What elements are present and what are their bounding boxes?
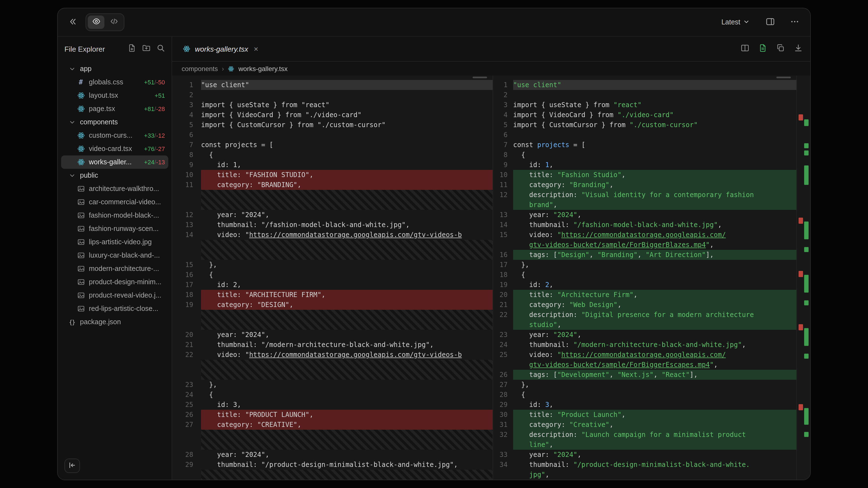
tab-works-gallery[interactable]: works-gallery.tsx × [180,37,261,61]
more-options-button[interactable] [788,15,801,30]
sidebar-file-modern-architecture-...[interactable]: modern-architecture-... [61,262,168,275]
sidebar-file-lips-artistic-video.jpg[interactable]: lips-artistic-video.jpg [61,235,168,249]
collapse-panel-button[interactable] [64,459,80,473]
sidebar-file-red-lips-artistic-close...[interactable]: red-lips-artistic-close... [61,302,168,315]
sidebar-file-product-reveal-video.j...[interactable]: product-reveal-video.j... [61,289,168,302]
code-line[interactable]: 3import { useState } from "react" [493,100,796,110]
download-button[interactable] [794,44,803,54]
code-line[interactable]: 20 title: "Architecture Firm", [493,290,796,300]
code-line[interactable]: jpg", [493,470,796,480]
code-line[interactable]: 30 title: "Product Launch", [493,410,796,420]
code-line[interactable]: 6 [172,130,493,140]
code-line[interactable]: 21 category: "Web Design", [493,300,796,310]
sidebar-file-product-design-minim...[interactable]: product-design-minim... [61,275,168,289]
code-line[interactable]: 9 id: 1, [172,160,493,170]
code-line[interactable]: 22 description: "Digital presence for a … [493,310,796,320]
code-line[interactable]: 32 description: "Launch campaign for a m… [493,430,796,440]
code-line[interactable]: 14 video: "https://commondatastorage.goo… [172,230,493,240]
horizontal-scrollbar[interactable] [776,76,791,78]
code-line[interactable]: gtv-videos-bucket/sample/ForBiggerEscape… [493,360,796,370]
code-line[interactable]: 23 year: "2024", [493,330,796,340]
code-line[interactable]: 2 [172,90,493,100]
code-line[interactable]: 1"use client" [493,80,796,90]
code-line[interactable]: 8 { [172,150,493,160]
split-view-button[interactable] [741,44,749,54]
code-line[interactable]: 28 { [493,390,796,400]
code-line[interactable]: 22 video: "https://commondatastorage.goo… [172,350,493,360]
code-line[interactable]: 2 [493,90,796,100]
code-line[interactable]: 18 title: "ARCHITECTURE FIRM", [172,290,493,300]
sidebar-folder-components[interactable]: components [61,116,168,129]
code-line[interactable]: gtv-videos-bucket/sample/ForBiggerBlazes… [493,240,796,250]
breadcrumb-file[interactable]: works-gallery.tsx [239,65,288,72]
code-line[interactable]: 11 category: "Branding", [493,180,796,190]
sidebar-file-package.json[interactable]: {}package.json [61,315,168,329]
sidebar-folder-public[interactable]: public [61,169,168,182]
breadcrumb-folder[interactable]: components [182,65,218,72]
code-line[interactable]: 5import { CustomCursor } from "./custom-… [172,120,493,130]
code-line[interactable]: 25 video: "https://commondatastorage.goo… [493,350,796,360]
code-line[interactable]: 17 id: 2, [172,280,493,290]
new-file-button[interactable] [128,44,136,54]
sidebar-file-custom-curs...[interactable]: custom-curs...+33/-12 [61,129,168,142]
preview-toggle-button[interactable] [88,15,104,29]
collapse-sidebar-button[interactable] [67,15,79,29]
code-line[interactable]: 15 }, [172,260,493,270]
code-toggle-button[interactable] [105,15,122,29]
code-line[interactable]: 26 title: "PRODUCT LAUNCH", [172,410,493,420]
copy-button[interactable] [776,44,785,54]
code-line[interactable]: 31 category: "Creative", [493,420,796,430]
code-line[interactable]: 14 thumbnail: "/fashion-model-black-and-… [493,220,796,230]
code-line[interactable]: 4import { VideoCard } from "./video-card… [493,110,796,120]
code-line[interactable]: 18 { [493,270,796,280]
code-line[interactable]: studio", [493,320,796,330]
code-line[interactable]: 12 year: "2024", [172,210,493,220]
code-line[interactable]: 20 year: "2024", [172,330,493,340]
code-line[interactable]: 19 category: "DESIGN", [172,300,493,310]
code-line[interactable]: 27 }, [493,380,796,390]
sidebar-file-architecture-walkthro...[interactable]: architecture-walkthro... [61,182,168,195]
code-line[interactable]: 25 id: 3, [172,400,493,410]
code-line[interactable]: 15 video: "https://commondatastorage.goo… [493,230,796,240]
code-line[interactable]: 5import { CustomCursor } from "./custom-… [493,120,796,130]
code-line[interactable]: 33 year: "2024", [493,450,796,460]
file-diff-button[interactable] [758,44,767,54]
code-line[interactable]: 23 }, [172,380,493,390]
sidebar-file-layout.tsx[interactable]: layout.tsx+51 [61,89,168,102]
code-line[interactable]: 10 title: "Fashion Studio", [493,170,796,180]
sidebar-file-globals.css[interactable]: #globals.css+51/-50 [61,75,168,89]
close-tab-button[interactable]: × [253,44,259,54]
code-line[interactable]: 3import { useState } from "react" [172,100,493,110]
code-line[interactable]: 24 thumbnail: "/modern-architecture-blac… [493,340,796,350]
code-line[interactable]: 34 thumbnail: "/product-design-minimalis… [493,460,796,470]
code-line[interactable]: 29 thumbnail: "/product-design-minimalis… [172,460,493,470]
code-line[interactable]: 16 tags: ["Design", "Branding", "Art Dir… [493,250,796,260]
horizontal-scrollbar[interactable] [473,76,487,78]
code-line[interactable]: 29 id: 3, [493,400,796,410]
code-line[interactable]: 27 category: "CREATIVE", [172,420,493,430]
code-line[interactable]: 17 }, [493,260,796,270]
code-line[interactable]: 9 id: 1, [493,160,796,170]
code-line[interactable]: 21 thumbnail: "/modern-architecture-blac… [172,340,493,350]
sidebar-folder-app[interactable]: app [61,62,168,75]
code-line[interactable]: 13 thumbnail: "/fashion-model-black-and-… [172,220,493,230]
code-line[interactable]: 19 id: 2, [493,280,796,290]
overview-ruler[interactable] [797,75,810,480]
code-line[interactable]: 6 [493,130,796,140]
sidebar-file-works-galler...[interactable]: works-galler...+24/-13 [61,156,168,169]
code-line[interactable]: 26 tags: ["Development", "Next.js", "Rea… [493,370,796,380]
code-line[interactable]: 13 year: "2024", [493,210,796,220]
sidebar-file-fashion-runway-scen...[interactable]: fashion-runway-scen... [61,222,168,235]
code-line[interactable]: line", [493,440,796,450]
code-line[interactable]: 7const projects = [ [493,140,796,150]
code-line[interactable]: 24 { [172,390,493,400]
sidebar-file-video-card.tsx[interactable]: video-card.tsx+76/-27 [61,142,168,156]
code-line[interactable]: 1"use client" [172,80,493,90]
code-line[interactable]: 12 description: "Visual identity for a c… [493,190,796,200]
sidebar-file-car-commercial-video...[interactable]: car-commercial-video... [61,195,168,209]
new-folder-button[interactable] [142,44,151,54]
search-button[interactable] [157,44,165,54]
sidebar-file-luxury-car-black-and-...[interactable]: luxury-car-black-and-... [61,249,168,262]
code-line[interactable]: 4import { VideoCard } from "./video-card… [172,110,493,120]
sidebar-file-page.tsx[interactable]: page.tsx+81/-28 [61,102,168,116]
